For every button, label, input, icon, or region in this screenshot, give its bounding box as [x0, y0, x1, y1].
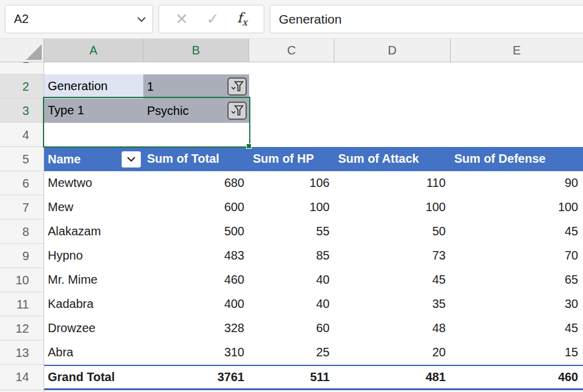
cell-defense[interactable]: 45: [451, 220, 583, 244]
cell-total[interactable]: 500: [143, 220, 249, 244]
cell-total[interactable]: 328: [143, 316, 249, 341]
chevron-down-icon[interactable]: [137, 16, 146, 22]
insert-function-icon[interactable]: fx: [237, 10, 247, 28]
cell-hp[interactable]: 60: [249, 316, 334, 341]
cell-A4[interactable]: [44, 123, 143, 147]
cell-attack[interactable]: 20: [334, 341, 451, 365]
cell-hp[interactable]: 55: [249, 220, 334, 244]
pivot-header-defense[interactable]: Sum of Defense: [451, 147, 583, 171]
cell-attack[interactable]: 110: [334, 171, 451, 195]
cell-total[interactable]: 483: [143, 244, 249, 268]
cell-B2[interactable]: 1: [143, 74, 249, 99]
row-header-6[interactable]: 6: [0, 171, 44, 195]
cancel-icon[interactable]: ✕: [175, 11, 188, 27]
filter-dropdown-button[interactable]: [227, 77, 247, 96]
row-header-10[interactable]: 10: [0, 268, 44, 292]
row-header-5[interactable]: 5: [0, 147, 44, 171]
cell-name[interactable]: Kadabra: [44, 292, 143, 316]
formula-bar[interactable]: Generation: [270, 5, 583, 33]
cell-name[interactable]: Hypno: [44, 244, 143, 268]
cell-defense[interactable]: 30: [451, 292, 583, 316]
cell-D2[interactable]: [334, 74, 451, 99]
row-header-2[interactable]: 2: [0, 74, 44, 99]
row-header-9[interactable]: 9: [0, 244, 44, 268]
row-header-1[interactable]: 1: [0, 62, 44, 74]
grand-total-label[interactable]: Grand Total: [44, 365, 143, 390]
pivot-header-hp[interactable]: Sum of HP: [249, 147, 334, 171]
cell-name[interactable]: Abra: [44, 341, 143, 365]
column-header-C[interactable]: C: [249, 39, 334, 62]
column-header-A[interactable]: A: [44, 39, 143, 62]
cell-attack[interactable]: 45: [334, 268, 451, 292]
column-header-E[interactable]: E: [451, 39, 583, 62]
cell-A1[interactable]: [44, 62, 143, 74]
cell-B1[interactable]: [143, 62, 249, 74]
cell-defense[interactable]: 100: [451, 195, 583, 220]
cell-defense[interactable]: 45: [451, 316, 583, 341]
cell-hp[interactable]: 40: [249, 292, 334, 316]
cell-hp[interactable]: 100: [249, 195, 334, 220]
cell-D3[interactable]: [334, 99, 451, 123]
cell-B3[interactable]: Psychic: [143, 99, 249, 123]
confirm-icon[interactable]: ✓: [206, 11, 219, 27]
column-header-B[interactable]: B: [143, 39, 249, 62]
cell-defense[interactable]: 65: [451, 268, 583, 292]
cell-A2-active[interactable]: Generation: [44, 74, 143, 99]
cell-D4[interactable]: [334, 123, 451, 147]
cell-total[interactable]: 400: [143, 292, 249, 316]
cell-name[interactable]: Mewtwo: [44, 171, 143, 195]
cell-C2[interactable]: [249, 74, 334, 99]
cell-E1[interactable]: [451, 62, 583, 74]
grand-total-total[interactable]: 3761: [143, 365, 249, 390]
cell-A3[interactable]: Type 1: [44, 99, 143, 123]
pivot-header-total[interactable]: Sum of Total: [143, 147, 249, 171]
grand-total-attack[interactable]: 481: [334, 365, 451, 390]
cell-E2[interactable]: [451, 74, 583, 99]
row-header-11[interactable]: 11: [0, 292, 44, 316]
pivot-header-name[interactable]: Name: [44, 147, 143, 171]
name-box[interactable]: A2: [5, 5, 153, 33]
row-header-8[interactable]: 8: [0, 220, 44, 244]
cell-C1[interactable]: [249, 62, 334, 74]
row-header-4[interactable]: 4: [0, 123, 44, 147]
cell-total[interactable]: 600: [143, 195, 249, 220]
cell-C4[interactable]: [249, 123, 334, 147]
cell-C3[interactable]: [249, 99, 334, 123]
cell-attack[interactable]: 73: [334, 244, 451, 268]
cell-hp[interactable]: 25: [249, 341, 334, 365]
cell-hp[interactable]: 106: [249, 171, 334, 195]
row-header-7[interactable]: 7: [0, 195, 44, 220]
cell-name[interactable]: Drowzee: [44, 316, 143, 341]
filter-dropdown-button[interactable]: [227, 102, 247, 120]
cell-total[interactable]: 310: [143, 341, 249, 365]
cell-name[interactable]: Mew: [44, 195, 143, 220]
cell-defense[interactable]: 15: [451, 341, 583, 365]
row-header-13[interactable]: 13: [0, 341, 44, 365]
cell-E3[interactable]: [451, 99, 583, 123]
pivot-header-attack[interactable]: Sum of Attack: [334, 147, 451, 171]
cell-total[interactable]: 460: [143, 268, 249, 292]
fill-handle[interactable]: [246, 143, 252, 149]
cell-hp[interactable]: 85: [249, 244, 334, 268]
column-header-D[interactable]: D: [334, 39, 451, 62]
cell-name[interactable]: Mr. Mime: [44, 268, 143, 292]
name-filter-dropdown-button[interactable]: [122, 151, 141, 168]
cell-attack[interactable]: 50: [334, 220, 451, 244]
cell-attack[interactable]: 35: [334, 292, 451, 316]
cell-defense[interactable]: 90: [451, 171, 583, 195]
cell-total[interactable]: 680: [143, 171, 249, 195]
row-header-12[interactable]: 12: [0, 316, 44, 341]
grand-total-hp[interactable]: 511: [249, 365, 334, 390]
cell-B4[interactable]: [143, 123, 249, 147]
cell-D1[interactable]: [334, 62, 451, 74]
cell-hp[interactable]: 40: [249, 268, 334, 292]
cell-defense[interactable]: 70: [451, 244, 583, 268]
cell-name[interactable]: Alakazam: [44, 220, 143, 244]
cell-attack[interactable]: 100: [334, 195, 451, 220]
grand-total-defense[interactable]: 460: [451, 365, 583, 390]
row-header-3[interactable]: 3: [0, 99, 44, 123]
cell-E4[interactable]: [451, 123, 583, 147]
select-all-button[interactable]: [0, 39, 44, 62]
cell-attack[interactable]: 48: [334, 316, 451, 341]
row-header-14[interactable]: 14: [0, 365, 44, 390]
